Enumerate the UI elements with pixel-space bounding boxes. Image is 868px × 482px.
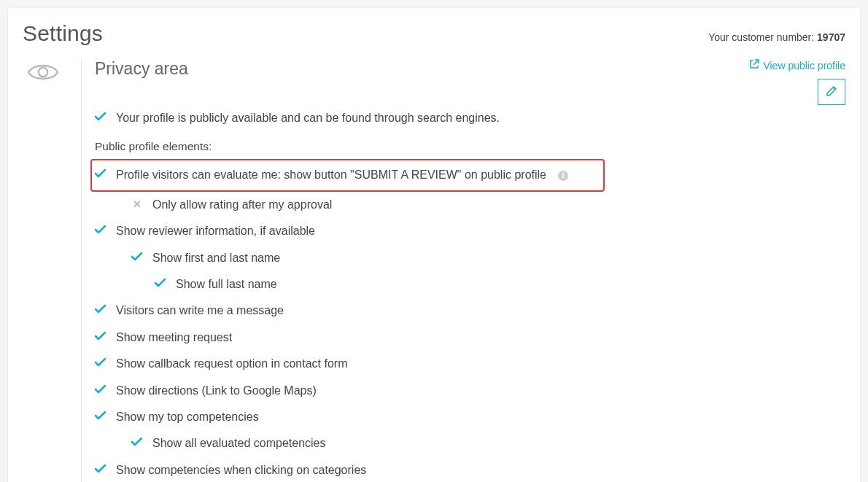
row-first-last: Show first and last name	[95, 245, 845, 271]
row-reviewer-info: Show reviewer information, if available	[95, 218, 845, 244]
customer-number-label: Your customer number:	[708, 31, 817, 43]
page-title: Settings	[23, 21, 103, 46]
public-elements-label: Public profile elements:	[95, 140, 845, 153]
row-category-competencies-text: Show competencies when clicking on categ…	[116, 462, 366, 478]
check-icon	[95, 167, 106, 183]
check-icon	[95, 223, 106, 239]
row-first-last-text: Show first and last name	[152, 250, 280, 266]
x-icon: ✕	[131, 198, 142, 212]
customer-number-value: 19707	[817, 31, 845, 43]
row-full-last: Show full last name	[95, 271, 845, 298]
row-evaluate-text: Profile visitors can evaluate me: show b…	[116, 167, 546, 183]
check-icon	[95, 110, 106, 126]
row-profile-public: Your profile is publicly available and c…	[95, 105, 845, 131]
row-full-last-text: Show full last name	[176, 276, 277, 292]
row-all-evaluated: Show all evaluated competencies	[95, 430, 845, 456]
check-icon	[95, 356, 106, 372]
row-approval-text: Only allow rating after my approval	[152, 197, 332, 213]
row-category-competencies: Show competencies when clicking on categ…	[95, 457, 845, 482]
row-callback-text: Show callback request option in contact …	[116, 356, 348, 372]
check-icon	[155, 276, 166, 292]
row-meeting: Show meeting request	[95, 324, 845, 351]
svg-point-0	[39, 68, 47, 77]
check-icon	[131, 435, 142, 451]
view-public-profile-label: View public profile	[763, 60, 845, 71]
row-message: Visitors can write me a message	[95, 298, 845, 324]
customer-number: Your customer number: 19707	[708, 31, 845, 43]
row-approval: ✕ Only allow rating after my approval	[95, 192, 845, 218]
row-reviewer-info-text: Show reviewer information, if available	[116, 223, 315, 239]
check-icon	[95, 462, 106, 478]
row-directions-text: Show directions (Link to Google Maps)	[116, 383, 317, 399]
row-top-competencies: Show my top competencies	[95, 404, 845, 430]
row-meeting-text: Show meeting request	[116, 330, 232, 346]
row-message-text: Visitors can write me a message	[116, 303, 284, 319]
row-directions: Show directions (Link to Google Maps)	[95, 378, 845, 404]
row-top-competencies-text: Show my top competencies	[116, 409, 259, 425]
highlight-box: Profile visitors can evaluate me: show b…	[90, 159, 605, 191]
info-icon[interactable]: i	[558, 171, 568, 181]
eye-icon	[27, 72, 59, 85]
row-all-evaluated-text: Show all evaluated competencies	[152, 435, 325, 451]
pencil-icon	[825, 85, 838, 100]
row-callback: Show callback request option in contact …	[95, 351, 845, 377]
check-icon	[95, 303, 106, 319]
view-public-profile-link[interactable]: View public profile	[749, 59, 845, 71]
row-profile-public-text: Your profile is publicly available and c…	[116, 110, 500, 126]
edit-button[interactable]	[818, 79, 845, 105]
external-link-icon	[749, 59, 759, 71]
check-icon	[131, 250, 142, 266]
check-icon	[95, 409, 106, 425]
section-title: Privacy area	[95, 59, 188, 79]
check-icon	[95, 330, 106, 346]
check-icon	[95, 383, 106, 399]
row-evaluate: Profile visitors can evaluate me: show b…	[95, 164, 599, 186]
